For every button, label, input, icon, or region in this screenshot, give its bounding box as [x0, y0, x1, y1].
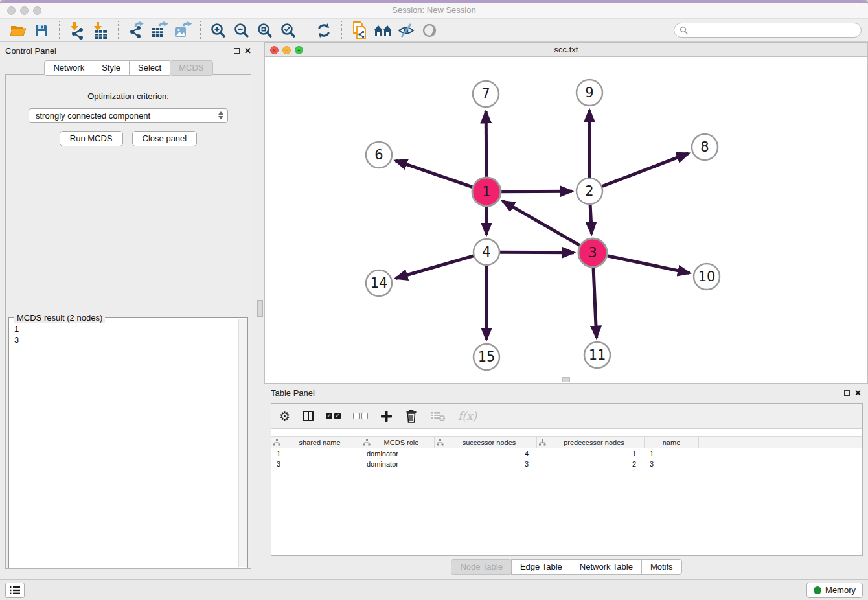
network-resize-grip[interactable]	[562, 377, 570, 382]
table-panel: Table Panel ✕ ⚙ ✓✓ f(x)	[264, 384, 868, 579]
table-panel-title: Table Panel	[271, 388, 315, 398]
graph-node-9[interactable]: 9	[577, 80, 602, 106]
select-all-checkboxes-icon[interactable]: ✓✓	[326, 413, 341, 419]
export-network-icon[interactable]	[124, 20, 148, 41]
import-table-icon[interactable]	[89, 20, 112, 41]
table-cell[interactable]: dominator	[361, 450, 435, 457]
table-cell[interactable]: 1	[537, 450, 645, 457]
column-header-predecessor-nodes[interactable]: predecessor nodes	[537, 437, 645, 448]
graph-edge-4-14[interactable]	[396, 256, 474, 279]
optimization-criterion-label: Optimization criterion:	[6, 91, 251, 101]
close-panel-icon[interactable]: ✕	[244, 47, 251, 55]
graph-node-6[interactable]: 6	[366, 142, 392, 168]
trash-icon[interactable]	[405, 410, 418, 423]
result-item[interactable]: 3	[14, 334, 242, 345]
table-row[interactable]: 3dominator323	[271, 459, 862, 469]
graph-edge-1-2[interactable]	[501, 191, 572, 192]
graph-node-2[interactable]: 2	[577, 178, 602, 204]
delete-table-icon[interactable]	[430, 410, 446, 422]
zoom-selected-icon[interactable]	[277, 20, 300, 41]
graph-node-7[interactable]: 7	[473, 81, 499, 107]
task-history-button[interactable]	[5, 583, 25, 598]
column-header-name[interactable]: name	[645, 437, 699, 448]
svg-text:11: 11	[589, 347, 606, 363]
save-icon[interactable]	[30, 20, 53, 41]
float-panel-icon[interactable]	[234, 48, 240, 54]
import-network-icon[interactable]	[65, 20, 89, 41]
graph-edge-4-3[interactable]	[500, 252, 574, 253]
clone-network-icon[interactable]	[348, 20, 371, 41]
app-title: Session: New Session	[0, 5, 868, 15]
add-column-icon[interactable]	[380, 410, 393, 422]
graph-edge-2-8[interactable]	[602, 154, 689, 187]
graph-node-3[interactable]: 3	[578, 238, 607, 267]
tab-mcds[interactable]: MCDS	[170, 60, 212, 76]
table-cell[interactable]: 3	[645, 460, 699, 468]
memory-button[interactable]: Memory	[806, 583, 863, 598]
function-builder-icon[interactable]: f(x)	[458, 410, 477, 422]
export-table-icon[interactable]	[148, 20, 171, 41]
graph-edge-3-11[interactable]	[593, 268, 597, 338]
table-row[interactable]: 1dominator411	[271, 448, 862, 459]
tab-network[interactable]: Network	[44, 60, 93, 76]
divider-grip[interactable]	[257, 300, 263, 317]
graph-node-1[interactable]: 1	[472, 178, 501, 206]
hide-eye-icon[interactable]	[394, 20, 418, 41]
graph-node-15[interactable]: 15	[474, 344, 499, 370]
zoom-in-icon[interactable]	[207, 20, 230, 41]
mcds-result-title: MCDS result (2 nodes)	[14, 313, 105, 323]
graph-edge-1-7[interactable]	[486, 111, 486, 177]
refresh-icon[interactable]	[312, 20, 336, 41]
table-cell[interactable]: 4	[435, 450, 537, 457]
graph-node-8[interactable]: 8	[692, 134, 718, 160]
details-toggle-icon[interactable]	[418, 20, 441, 41]
column-header-MCDS-role[interactable]: MCDS role	[361, 437, 435, 448]
tab-select[interactable]: Select	[129, 60, 170, 76]
deselect-all-checkboxes-icon[interactable]	[353, 413, 368, 419]
zoom-fit-icon[interactable]	[253, 20, 277, 41]
tab-style[interactable]: Style	[93, 60, 130, 76]
open-folder-icon[interactable]	[6, 20, 30, 41]
graph-edge-3-1[interactable]	[503, 201, 580, 245]
close-panel-button[interactable]: Close panel	[132, 131, 198, 146]
table-cell[interactable]: 2	[537, 460, 645, 468]
svg-text:14: 14	[371, 275, 388, 291]
export-image-icon[interactable]	[171, 20, 194, 41]
graph-node-10[interactable]: 10	[694, 264, 720, 290]
tab-network-table[interactable]: Network Table	[571, 559, 642, 575]
gear-icon[interactable]: ⚙	[279, 410, 290, 422]
search-field[interactable]	[674, 23, 862, 38]
tab-motifs[interactable]: Motifs	[641, 559, 682, 575]
graph-edge-1-6[interactable]	[396, 161, 473, 187]
table-cell[interactable]: 3	[271, 460, 361, 468]
graph-node-11[interactable]: 11	[584, 342, 610, 368]
table-cell[interactable]: dominator	[361, 460, 435, 468]
mcds-panel: Optimization criterion: strongly connect…	[5, 74, 251, 569]
search-icon	[680, 26, 688, 34]
table-cell[interactable]: 1	[645, 450, 699, 457]
graph-edge-2-3[interactable]	[590, 205, 591, 234]
result-scrollbar[interactable]	[238, 319, 247, 567]
tab-node-table[interactable]: Node Table	[451, 559, 512, 575]
table-cell[interactable]: 1	[271, 450, 361, 457]
column-header-filler	[699, 437, 862, 448]
graph-node-4[interactable]: 4	[474, 239, 499, 265]
optimization-criterion-dropdown[interactable]: strongly connected component	[29, 108, 228, 123]
network-canvas[interactable]: 7968124314101511	[264, 57, 868, 384]
table-cell[interactable]: 3	[435, 460, 537, 468]
memory-status-dot	[814, 586, 821, 594]
graph-edge-3-10[interactable]	[608, 256, 690, 273]
tab-edge-table[interactable]: Edge Table	[511, 559, 571, 575]
column-header-successor-nodes[interactable]: successor nodes	[435, 437, 537, 448]
result-item[interactable]: 1	[14, 323, 242, 334]
toolbar-separator	[341, 21, 342, 40]
split-panel-icon[interactable]	[303, 411, 314, 421]
close-table-panel-icon[interactable]: ✕	[854, 389, 862, 397]
graph-node-14[interactable]: 14	[366, 270, 392, 296]
run-mcds-button[interactable]: Run MCDS	[60, 131, 123, 146]
float-table-panel-icon[interactable]	[844, 390, 850, 396]
zoom-out-icon[interactable]	[230, 20, 253, 41]
home-networks-icon[interactable]	[371, 20, 394, 41]
column-header-shared-name[interactable]: shared name	[271, 437, 361, 448]
search-input[interactable]	[691, 26, 856, 35]
